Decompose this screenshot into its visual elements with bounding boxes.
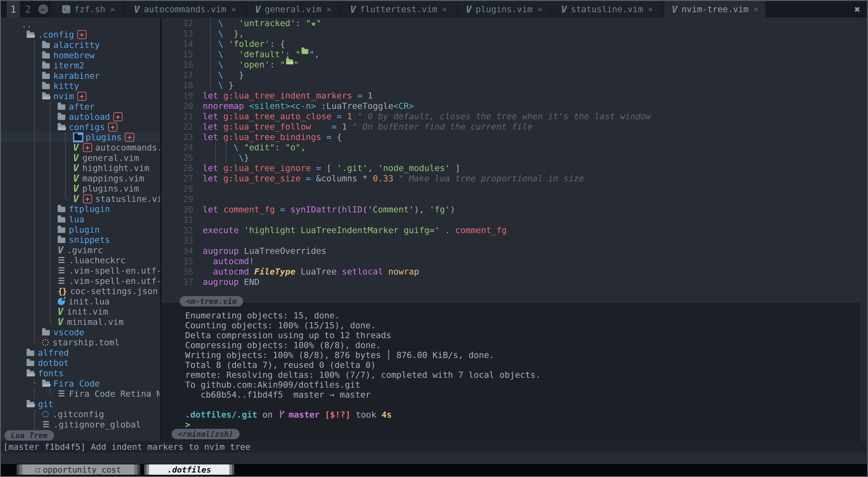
code-token: 1 <box>368 91 373 101</box>
code-token: &columns * <box>311 173 373 183</box>
line-number: 17 <box>171 70 193 80</box>
folder-icon <box>27 350 34 356</box>
tree-item-homebrew[interactable]: │ homebrew <box>1 50 160 61</box>
folder-open-icon <box>27 402 34 407</box>
code-token: 'untracked' <box>239 18 296 28</box>
tree-item-label: vscode <box>53 328 84 337</box>
buffer-tab-general.vim[interactable]: Vgeneral.vim× <box>248 1 339 18</box>
tab-close-icon[interactable]: × <box>442 5 447 14</box>
code-token: To github.com:Akin909/dotfiles.git <box>185 380 360 390</box>
vim-file-icon: V <box>255 4 260 15</box>
tab-number-1[interactable]: 1 <box>7 1 20 18</box>
buffer-tab-statusline.vim[interactable]: Vstatusline.vim× <box>554 1 660 18</box>
tab-separator <box>660 1 664 18</box>
pane-separator[interactable] <box>160 18 162 441</box>
buffer-tab-autocommands.vim[interactable]: Vautocommands.vim× <box>127 1 243 18</box>
tab-close-icon[interactable]: × <box>648 5 653 14</box>
tab-bar: 1 2 ← >_fzf.sh×Vautocommands.vim×Vgenera… <box>1 1 867 18</box>
tree-item-general.vim[interactable]: │ │ │ Vgeneral.vim <box>1 153 160 163</box>
tree-item-fonts[interactable]: fonts <box>1 368 160 378</box>
buffer-tab-fzf.sh[interactable]: >_fzf.sh× <box>55 1 122 18</box>
window-close-icon[interactable]: ✖ <box>855 4 867 15</box>
line-number: 26 <box>171 163 193 173</box>
tab-close-icon[interactable]: × <box>231 5 236 14</box>
tree-item-snippets[interactable]: │ │ snippets <box>1 235 160 245</box>
tree-item-statusline.vim[interactable]: │ │ └ V+statusline.vim <box>1 194 160 204</box>
code-editor[interactable]: 12 │ \ 'untracked': "★"13 │ \ },14 │ \ '… <box>162 18 860 303</box>
tree-item-label: fonts <box>38 368 63 378</box>
code-token <box>218 111 223 122</box>
tree-item-highlight.vim[interactable]: │ │ │ Vhighlight.vim <box>1 163 160 173</box>
tree-item-mappings.vim[interactable]: │ │ │ Vmappings.vim <box>1 173 160 183</box>
tree-item-dotbot[interactable]: dotbot <box>1 358 160 368</box>
tree-item-.vim-spell-en.utf-8.[interactable]: │ │ .vim-spell-en.utf-8. <box>1 276 160 286</box>
tree-item-ftplugin[interactable]: │ │ ftplugin <box>1 204 160 214</box>
tree-item-alfred[interactable]: alfred <box>1 348 160 358</box>
code-token: g:lua_tree_auto_close <box>223 111 332 122</box>
tree-item-lua[interactable]: │ │ lua <box>1 214 160 225</box>
tree-item-minimal.vim[interactable]: │ └ Vminimal.vim <box>1 317 160 327</box>
tree-item-starship.toml[interactable]: └ starship.toml <box>1 337 160 348</box>
tree-item-after[interactable]: │ │ after <box>1 101 160 112</box>
tmux-window-dotfiles[interactable]: .dotfiles <box>144 465 234 475</box>
line-number: 16 <box>171 59 193 70</box>
tab-number-2[interactable]: 2 <box>20 1 36 18</box>
buffer-tab-fluttertest.vim[interactable]: Vfluttertest.vim× <box>343 1 454 18</box>
code-token: = <box>337 111 342 122</box>
tab-close-icon[interactable]: × <box>753 5 758 14</box>
code-token: " <box>294 59 299 70</box>
vim-file-icon: V <box>73 153 79 163</box>
terminal-pane[interactable]: Enumerating objects: 15, done.Counting o… <box>162 303 860 441</box>
tree-item-configs[interactable]: │ │ configs+ <box>1 122 160 132</box>
folder-glyph-icon <box>302 49 308 54</box>
tree-item-autocommands.vim[interactable]: │ │ │ V+autocommands.vim <box>1 142 160 153</box>
tree-item-alacritty[interactable]: │ alacritty <box>1 40 160 50</box>
buffer-tab-nvim-tree.vim[interactable]: Vnvim-tree.vim× <box>664 1 766 18</box>
tree-item-.gitignoreglobal[interactable]: │ .gitignore_global <box>1 419 160 430</box>
tree-cursor-block <box>73 132 83 142</box>
tree-item-karabiner[interactable]: │ karabiner <box>1 71 160 81</box>
history-back-icon[interactable]: ← <box>38 4 48 14</box>
tmux-window-opportunity-cost[interactable]: □ opportunity_cost <box>17 465 140 475</box>
tree-item-kitty[interactable]: │ kitty <box>1 81 160 91</box>
tree-item-FiraCodeRetinaNer[interactable]: │ └ Fira Code Retina Ner <box>1 388 160 399</box>
code-line: 22let g:lua_tree_follow = 1 " On bufEnte… <box>171 122 860 132</box>
code-token: \ <box>218 28 223 39</box>
tree-item-git[interactable]: git <box>1 399 160 409</box>
tab-close-icon[interactable]: × <box>110 5 115 14</box>
tree-item-iterm2[interactable]: │ iterm2 <box>1 60 160 71</box>
tree-item-plugins.vim[interactable]: │ │ │ Vplugins.vim <box>1 183 160 194</box>
tree-item-.luacheckrc[interactable]: │ │ .luacheckrc <box>1 255 160 266</box>
tree-item-label: .vim-spell-en.utf-8. <box>69 266 160 276</box>
tree-indent-guides: │ │ <box>1 266 58 276</box>
tree-item-init.vim[interactable]: │ │ Vinit.vim <box>1 307 160 317</box>
git-unstaged-badge: + <box>83 194 92 203</box>
tree-item-autoload[interactable]: │ │ autoload+ <box>1 112 160 122</box>
tree-indent-guides: │ │ │ <box>1 163 73 173</box>
git-unstaged-badge: + <box>77 92 87 101</box>
code-token <box>321 132 327 142</box>
folder-icon <box>27 350 34 356</box>
tree-item-init.lua[interactable]: │ │ init.lua <box>1 296 160 307</box>
buffer-tab-plugins.vim[interactable]: Vplugins.vim× <box>459 1 550 18</box>
buffer-tabs: >_fzf.sh×Vautocommands.vim×Vgeneral.vim×… <box>55 1 766 18</box>
code-token: : { <box>270 39 285 49</box>
tree-item-..[interactable]: .. <box>1 19 160 30</box>
text-file-icon <box>59 390 64 397</box>
tree-item-vscode[interactable]: │ vscode <box>1 327 160 338</box>
tree-item-coc-settings.json[interactable]: │ │ {}coc-settings.json <box>1 286 160 296</box>
tree-item-plugins[interactable]: │ │ │ plugins+ <box>1 132 160 143</box>
config-file-icon <box>42 411 49 418</box>
tree-indent-guides: │ <box>1 50 42 60</box>
tab-close-icon[interactable]: × <box>327 5 331 14</box>
tree-item-.gitconfig[interactable]: │ .gitconfig <box>1 409 160 420</box>
file-tree-sidebar[interactable]: .. .config+ │ alacritty │ homebrew │ ite… <box>1 18 160 441</box>
code-token: ! <box>249 256 254 266</box>
tree-item-FiraCode[interactable]: └ Fira Code <box>1 378 160 389</box>
tab-close-icon[interactable]: × <box>537 5 542 14</box>
tree-item-plugin[interactable]: │ │ plugin <box>1 225 160 235</box>
tree-item-.vim-spell-en.utf-8.[interactable]: │ │ .vim-spell-en.utf-8. <box>1 266 160 276</box>
tree-item-nvim[interactable]: │ nvim+ <box>1 91 160 101</box>
tree-item-.gvimrc[interactable]: │ │ V.gvimrc <box>1 245 160 255</box>
tree-item-.config[interactable]: .config+ <box>1 30 160 40</box>
